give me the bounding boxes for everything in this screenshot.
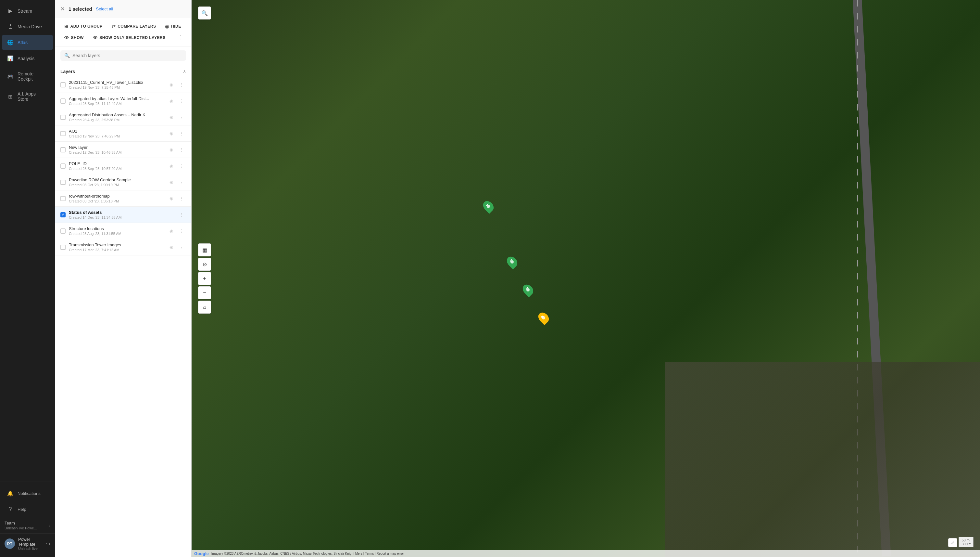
- layer-more-layer-5[interactable]: ⋮: [177, 145, 186, 155]
- sidebar-item-label: A.I. Apps Store: [18, 91, 48, 102]
- layer-visibility-layer-4[interactable]: ◉: [167, 129, 176, 138]
- layer-item-layer-9[interactable]: Status of Assets Created 14 Dec '23, 11:…: [55, 207, 191, 223]
- map-expand-button[interactable]: ⤢: [948, 538, 957, 547]
- sidebar-item-atlas[interactable]: 🌐 Atlas: [2, 35, 53, 50]
- layer-more-layer-11[interactable]: ⋮: [177, 243, 186, 252]
- layer-visibility-layer-7[interactable]: ◉: [167, 178, 176, 187]
- sidebar-item-help[interactable]: ? Help: [2, 502, 53, 517]
- layer-visibility-layer-6[interactable]: ◉: [167, 161, 176, 171]
- layer-more-layer-1[interactable]: ⋮: [177, 80, 186, 90]
- stream-icon: ▶: [7, 8, 14, 14]
- layer-more-layer-6[interactable]: ⋮: [177, 161, 186, 171]
- sidebar-item-analysis[interactable]: 📊 Analysis: [2, 51, 53, 66]
- layer-visibility-layer-1[interactable]: ◉: [167, 80, 176, 90]
- layers-title-row: Layers ∧: [55, 65, 191, 77]
- layers-off-button[interactable]: ⊘: [198, 258, 211, 271]
- layer-actions-layer-11: ◉ ⋮: [167, 243, 186, 252]
- logout-icon[interactable]: ↪: [46, 541, 50, 547]
- layer-item-layer-1[interactable]: 20231115_Current_HV_Tower_List.xlsx Crea…: [55, 77, 191, 93]
- show-only-selected-button[interactable]: 👁 SHOW ONLY SELECTED LAYERS: [89, 33, 169, 42]
- layer-info-layer-11: Transmission Tower Images Created 17 Mar…: [69, 243, 163, 252]
- home-button[interactable]: ⌂: [198, 301, 211, 314]
- layer-checkbox-layer-4[interactable]: [60, 131, 66, 136]
- layer-item-layer-7[interactable]: Powerline ROW Corridor Sample Created 03…: [55, 174, 191, 191]
- layer-more-layer-10[interactable]: ⋮: [177, 226, 186, 236]
- layer-date-layer-2: Created 28 Sep '23, 11:12:49 AM: [69, 102, 163, 106]
- show-button[interactable]: 👁 SHOW: [60, 33, 88, 42]
- layer-checkbox-layer-2[interactable]: [60, 98, 66, 104]
- zoom-out-button[interactable]: −: [198, 286, 211, 299]
- marker-check-3: ✓: [525, 286, 528, 291]
- layer-item-layer-2[interactable]: Aggregated by atlas Layer: Waterfall-Dis…: [55, 93, 191, 109]
- selected-count: 1 selected: [68, 6, 92, 12]
- map-scale: 50 m 300 ft: [959, 537, 974, 547]
- layer-date-layer-11: Created 17 Mar '23, 7:41:12 AM: [69, 248, 163, 252]
- layer-more-layer-8[interactable]: ⋮: [177, 194, 186, 203]
- team-section[interactable]: Team Unleash live Powe... ›: [0, 517, 55, 533]
- layers-list: 20231115_Current_HV_Tower_List.xlsx Crea…: [55, 77, 191, 557]
- layer-more-layer-3[interactable]: ⋮: [177, 113, 186, 122]
- sidebar-item-stream[interactable]: ▶ Stream: [2, 3, 53, 18]
- map-search-button[interactable]: 🔍: [198, 7, 211, 20]
- marker-check-2: ✓: [509, 258, 513, 263]
- layer-checkbox-layer-9[interactable]: [60, 212, 66, 217]
- layer-item-layer-11[interactable]: Transmission Tower Images Created 17 Mar…: [55, 239, 191, 256]
- layer-more-layer-2[interactable]: ⋮: [177, 96, 186, 106]
- layer-info-layer-10: Structure locations Created 23 Aug '23, …: [69, 226, 163, 236]
- layer-item-layer-8[interactable]: row-without-orthomap Created 03 Oct '23,…: [55, 191, 191, 207]
- layer-checkbox-layer-3[interactable]: [60, 115, 66, 120]
- layer-more-layer-4[interactable]: ⋮: [177, 129, 186, 138]
- layer-visibility-layer-8[interactable]: ◉: [167, 194, 176, 203]
- layer-item-layer-10[interactable]: Structure locations Created 23 Aug '23, …: [55, 223, 191, 239]
- layer-checkbox-layer-8[interactable]: [60, 196, 66, 201]
- layer-visibility-layer-2[interactable]: ◉: [167, 96, 176, 106]
- search-input[interactable]: [72, 53, 182, 58]
- sidebar-item-notifications[interactable]: 🔔 Notifications: [2, 486, 53, 501]
- layer-visibility-layer-3[interactable]: ◉: [167, 113, 176, 122]
- sidebar-item-remote-cockpit[interactable]: 🎮 Remote Cockpit: [2, 67, 53, 86]
- compare-layers-button[interactable]: ⇄ COMPARE LAYERS: [108, 21, 160, 31]
- add-to-group-button[interactable]: ⊞ ADD TO GROUP: [60, 21, 107, 31]
- layers-title: Layers: [60, 69, 75, 74]
- layer-checkbox-layer-6[interactable]: [60, 163, 66, 169]
- layer-name-layer-6: POLE_ID: [69, 161, 163, 166]
- remote-cockpit-icon: 🎮: [7, 73, 14, 80]
- layer-visibility-layer-10[interactable]: ◉: [167, 226, 176, 236]
- hide-button[interactable]: ◉ HIDE: [161, 21, 185, 31]
- layer-actions-layer-8: ◉ ⋮: [167, 194, 186, 203]
- layer-date-layer-7: Created 03 Oct '23, 1:09:19 PM: [69, 183, 163, 187]
- layer-more-layer-7[interactable]: ⋮: [177, 178, 186, 187]
- attribution-text: Imagery ©2023 AEROmetrex & Jacobs, Airbu…: [211, 552, 404, 555]
- layer-info-layer-7: Powerline ROW Corridor Sample Created 03…: [69, 178, 163, 187]
- layer-checkbox-layer-5[interactable]: [60, 147, 66, 152]
- layer-date-layer-1: Created 19 Nov '23, 7:25:45 PM: [69, 85, 163, 90]
- layer-name-layer-10: Structure locations: [69, 226, 163, 231]
- more-options-button[interactable]: ⋮: [176, 33, 186, 43]
- layer-item-layer-6[interactable]: POLE_ID Created 28 Sep '23, 10:57:20 AM …: [55, 158, 191, 174]
- layer-checkbox-layer-1[interactable]: [60, 82, 66, 88]
- layer-checkbox-layer-11[interactable]: [60, 245, 66, 250]
- layer-checkbox-layer-7[interactable]: [60, 180, 66, 185]
- layers-toggle-button[interactable]: ▦: [198, 243, 211, 256]
- map-marker-4: ★: [539, 312, 549, 325]
- layer-item-layer-3[interactable]: Aggregated Distribution Assets – Nadir K…: [55, 109, 191, 125]
- collapse-button[interactable]: ∧: [183, 69, 186, 74]
- layer-item-layer-4[interactable]: AO1 Created 19 Nov '23, 7:46:29 PM ◉ ⋮: [55, 125, 191, 142]
- select-all-button[interactable]: Select all: [96, 7, 113, 11]
- map-urban-area: [665, 362, 980, 557]
- header-actions: ⊞ ADD TO GROUP ⇄ COMPARE LAYERS ◉ HIDE 👁…: [55, 18, 191, 46]
- layer-name-layer-1: 20231115_Current_HV_Tower_List.xlsx: [69, 80, 163, 85]
- layer-more-layer-9[interactable]: ⋮: [177, 210, 186, 219]
- sidebar-item-label: Atlas: [18, 40, 28, 45]
- layer-checkbox-layer-10[interactable]: [60, 228, 66, 234]
- marker-star-4: ★: [540, 314, 544, 319]
- layer-visibility-layer-5[interactable]: ◉: [167, 145, 176, 155]
- sidebar-item-media-drive[interactable]: 🗄 Media Drive: [2, 19, 53, 34]
- zoom-in-button[interactable]: +: [198, 272, 211, 285]
- close-button[interactable]: ✕: [60, 6, 65, 12]
- layer-visibility-layer-11[interactable]: ◉: [167, 243, 176, 252]
- layer-name-layer-5: New layer: [69, 145, 163, 150]
- sidebar-item-ai-apps[interactable]: ⊞ A.I. Apps Store: [2, 87, 53, 106]
- map-toolbar: ▦ ⊘ + − ⌂: [198, 243, 211, 314]
- layer-item-layer-5[interactable]: New layer Created 12 Dec '23, 10:46:35 A…: [55, 142, 191, 158]
